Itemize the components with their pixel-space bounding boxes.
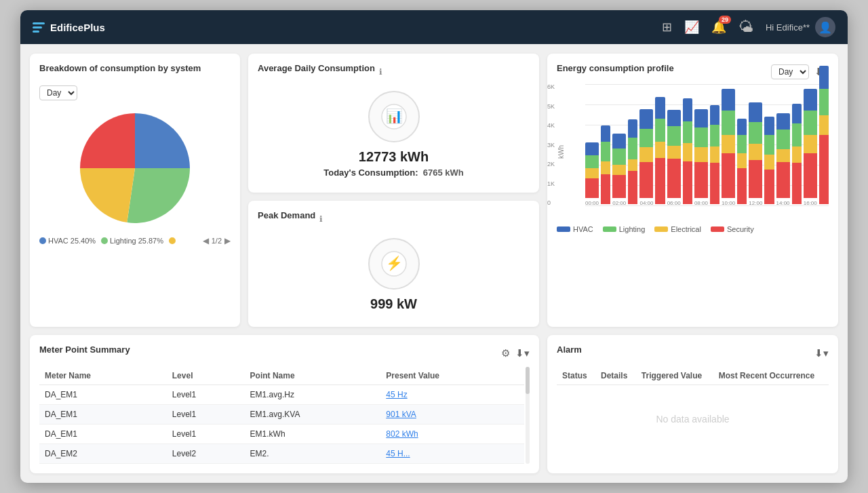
lighting-segment — [612, 149, 626, 165]
bell-icon[interactable]: 🔔 29 — [711, 20, 726, 35]
scrollbar-track[interactable] — [526, 367, 530, 464]
alarm-header: Alarm ⬇▾ — [557, 344, 829, 361]
grid-icon[interactable]: ⊞ — [662, 20, 672, 35]
bar-group-6: 06:00 — [667, 110, 681, 206]
electrical-segment — [792, 146, 802, 163]
hvac-legend: HVAC — [573, 225, 593, 233]
breakdown-day-select[interactable]: Day — [39, 85, 77, 100]
x-label-16: 16:00 — [804, 200, 817, 206]
peak-center: ⚡ 999 kW — [258, 227, 530, 317]
point-name-cell: EM1.avg.Hz — [245, 385, 381, 405]
alarm-download-icon[interactable]: ⬇▾ — [814, 347, 829, 359]
level-cell: Level1 — [167, 405, 245, 425]
table-row[interactable]: DA_EM1 Level1 EM1.avg.Hz 45 Hz — [39, 385, 524, 405]
logo-icon — [33, 22, 45, 33]
security-segment — [667, 159, 681, 198]
avg-peak-wrapper: Average Daily Consumption ℹ 📊 12773 kWh … — [248, 54, 539, 327]
hvac-segment — [749, 102, 762, 122]
peak-icon-circle: ⚡ — [368, 238, 420, 290]
hvac-segment — [612, 134, 626, 149]
electrical-segment — [667, 146, 681, 159]
electrical-segment — [749, 144, 762, 160]
electrical-legend: Electrical — [671, 225, 701, 233]
avatar[interactable]: 👤 — [815, 17, 835, 37]
lighting-segment — [764, 135, 774, 155]
lighting-legend: Lighting — [619, 225, 646, 233]
profile-title: Energy consumption profile — [557, 63, 674, 73]
bar-chart-wrapper: kWh 6K 5K 4K 3K 2K 1K 0 — [557, 84, 829, 220]
svg-text:📊: 📊 — [385, 108, 402, 124]
hvac-segment — [667, 110, 681, 126]
meter-table-scroll[interactable]: Meter Name Level Point Name Present Valu… — [39, 367, 524, 464]
lighting-segment — [601, 142, 610, 161]
settings-icon[interactable]: ⚙ — [501, 347, 510, 359]
lighting-segment — [749, 122, 762, 144]
security-segment — [792, 163, 802, 204]
meter-download-icon[interactable]: ⬇▾ — [515, 347, 530, 359]
present-value-cell[interactable]: 901 kVA — [380, 405, 524, 425]
table-row[interactable]: DA_EM1 Level1 EM1.kWh 802 kWh — [39, 425, 524, 444]
bar-group-4: 04:00 — [639, 109, 653, 206]
meter-table: Meter Name Level Point Name Present Valu… — [39, 367, 524, 464]
x-label-4: 04:00 — [639, 200, 653, 206]
electrical-segment — [804, 135, 817, 153]
bar-chart: 00:0002:0004:0006:0008:0010:0012:0014:00… — [585, 84, 829, 220]
no-data-message: No data available — [557, 385, 829, 453]
peak-demand-card: Peak Demand ℹ ⚡ 999 kW — [248, 201, 539, 327]
security-segment — [694, 162, 708, 198]
y-axis-label: kWh — [557, 145, 565, 159]
hvac-segment — [710, 105, 719, 125]
x-label-14: 14:00 — [776, 200, 790, 206]
user-info: Hi Edifice** 👤 — [766, 17, 835, 37]
present-value-cell[interactable]: 45 Hz — [380, 385, 524, 405]
pie-legend: HVAC 25.40% Lighting 25.87% ◀ 1/2 ▶ — [39, 236, 231, 245]
point-name-cell: EM1.avg.KVA — [245, 405, 381, 425]
electrical-segment — [612, 165, 626, 175]
hvac-segment — [694, 109, 708, 127]
lighting-segment — [639, 129, 653, 147]
bar-group-1 — [601, 125, 610, 206]
point-name-cell: EM2. — [245, 444, 381, 464]
electrical-segment — [737, 153, 747, 168]
pagination: ◀ 1/2 ▶ — [203, 236, 231, 245]
electrical-segment — [601, 161, 610, 174]
present-value-cell[interactable]: 802 kWh — [380, 425, 524, 444]
x-label-12: 12:00 — [749, 200, 762, 206]
hvac-segment — [683, 98, 692, 121]
col-occurrence: Most Recent Occurrence — [713, 367, 829, 385]
col-triggered: Triggered Value — [636, 367, 713, 385]
header: EdificePlus ⊞ 📈 🔔 29 🌤 Hi Edifice** 👤 — [20, 10, 848, 44]
trend-icon[interactable]: 📈 — [684, 20, 699, 35]
security-segment — [749, 160, 762, 198]
security-segment — [819, 135, 829, 204]
bar-group-9 — [710, 105, 719, 206]
scrollbar-thumb[interactable] — [526, 367, 530, 394]
lighting-segment — [683, 121, 692, 143]
next-page-arrow[interactable]: ▶ — [224, 236, 231, 245]
bar-group-5 — [655, 97, 665, 206]
meter-name-cell: DA_EM1 — [39, 385, 167, 405]
electrical-segment — [655, 142, 665, 158]
bar-group-15 — [792, 104, 802, 206]
point-name-cell: EM1.kWh — [245, 425, 381, 444]
lighting-segment — [737, 135, 747, 153]
lighting-segment — [776, 130, 790, 149]
table-row[interactable]: DA_EM2 Level2 EM2. 45 H... — [39, 444, 524, 464]
lighting-segment — [819, 89, 829, 115]
profile-day-select[interactable]: Day — [771, 64, 809, 79]
avg-info-icon[interactable]: ℹ — [379, 67, 382, 77]
electrical-segment — [764, 155, 774, 170]
alarm-card: Alarm ⬇▾ Status Details Triggered Value … — [547, 335, 838, 473]
prev-page-arrow[interactable]: ◀ — [203, 236, 209, 245]
profile-header: Energy consumption profile Day ⬇▾ — [557, 63, 829, 80]
bar-group-3 — [628, 119, 637, 206]
present-value-cell[interactable]: 45 H... — [380, 444, 524, 464]
security-segment — [804, 153, 817, 198]
security-segment — [722, 153, 735, 198]
security-segment — [683, 161, 692, 204]
x-label-10: 10:00 — [722, 200, 735, 206]
lighting-legend-label: Lighting 25.87% — [110, 237, 163, 245]
table-row[interactable]: DA_EM1 Level1 EM1.avg.KVA 901 kVA — [39, 405, 524, 425]
bar-group-16: 16:00 — [804, 89, 817, 206]
peak-info-icon[interactable]: ℹ — [319, 214, 323, 224]
